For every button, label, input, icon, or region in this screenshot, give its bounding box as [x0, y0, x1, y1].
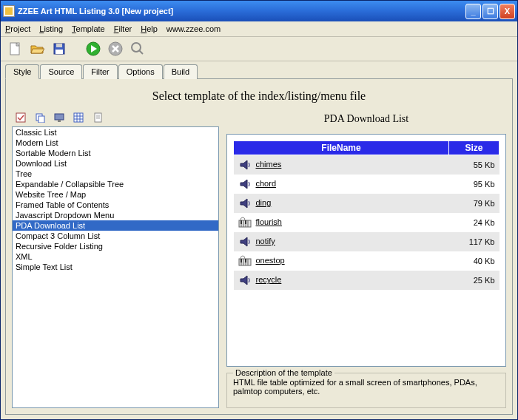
file-link[interactable]: chimes [256, 160, 282, 169]
file-link[interactable]: chord [256, 179, 277, 188]
template-actions [12, 110, 219, 126]
svg-line-7 [139, 50, 143, 54]
content-panel: Select template of the index/listing/men… [5, 78, 513, 415]
file-size-cell: 79 Kb [449, 194, 500, 213]
stop-button[interactable] [106, 39, 125, 58]
menu-filter[interactable]: Filter [114, 24, 132, 33]
file-size-cell: 117 Kb [449, 232, 500, 251]
check-icon[interactable] [15, 112, 27, 123]
col-size: Size [449, 141, 500, 155]
preview-pane: PDA Download List FileName Size chimes55… [226, 110, 506, 408]
sound-icon [238, 235, 252, 248]
sound-icon [238, 274, 252, 287]
toolbar [1, 37, 517, 61]
file-link[interactable]: onestop [256, 256, 285, 265]
new-button[interactable] [5, 39, 24, 58]
sound-icon [238, 158, 252, 172]
monitor-icon[interactable] [53, 112, 65, 123]
open-button[interactable] [27, 39, 47, 58]
midi-icon [238, 216, 252, 229]
template-item[interactable]: Expandable / Collapsible Tree [13, 179, 218, 189]
table-row: chord95 Kb [234, 175, 500, 194]
preview-title: PDA Download List [226, 110, 506, 128]
svg-rect-27 [240, 220, 242, 224]
file-name-cell: chord [234, 175, 449, 194]
template-item[interactable]: Simple Text List [13, 262, 218, 272]
minimize-button[interactable]: _ [465, 4, 481, 19]
template-item[interactable]: XML [13, 251, 218, 262]
file-name-cell: recycle [234, 271, 449, 290]
app-window: ZZEE Art HTML Listing 3.0 [New project] … [0, 0, 518, 420]
template-item[interactable]: PDA Download List [13, 220, 218, 231]
table-row: chimes55 Kb [234, 155, 500, 175]
file-name-cell: notify [234, 232, 449, 251]
svg-rect-8 [16, 113, 25, 122]
svg-rect-18 [95, 113, 101, 122]
go-button[interactable] [84, 39, 103, 58]
table-row: recycle25 Kb [234, 271, 500, 290]
template-item[interactable]: Framed Table of Contents [13, 200, 218, 210]
file-size-cell: 40 Kb [449, 251, 500, 271]
svg-rect-11 [55, 114, 64, 120]
table-row: flourish24 Kb [234, 213, 500, 232]
tabbar: Style Source Filter Options Build [1, 61, 517, 78]
tab-source[interactable]: Source [40, 64, 82, 79]
svg-rect-2 [56, 44, 62, 47]
file-size-cell: 24 Kb [449, 213, 500, 232]
svg-rect-12 [58, 120, 61, 122]
file-link[interactable]: recycle [256, 275, 282, 284]
menu-project[interactable]: Project [5, 24, 30, 33]
tab-options[interactable]: Options [118, 64, 163, 79]
close-button[interactable]: X [500, 4, 515, 19]
col-filename: FileName [234, 141, 449, 155]
file-link[interactable]: flourish [256, 217, 282, 226]
menu-template[interactable]: Template [72, 24, 105, 33]
doc-icon[interactable] [92, 112, 104, 123]
midi-icon [238, 254, 252, 268]
svg-rect-13 [74, 113, 83, 122]
save-button[interactable] [50, 39, 69, 58]
table-row: ding79 Kb [234, 194, 500, 213]
template-pane: Classic ListModern ListSortable Modern L… [12, 110, 219, 408]
file-size-cell: 55 Kb [449, 155, 500, 175]
tab-style[interactable]: Style [5, 64, 39, 79]
file-table: FileName Size chimes55 Kbchord95 Kbding7… [233, 140, 500, 290]
tab-build[interactable]: Build [164, 64, 198, 79]
template-item[interactable]: Website Tree / Map [13, 189, 218, 200]
description-box: Description of the template HTML file ta… [226, 373, 506, 408]
description-legend: Description of the template [233, 368, 334, 377]
template-item[interactable]: Recursive Folder Listing [13, 241, 218, 251]
file-link[interactable]: ding [256, 198, 272, 207]
template-item[interactable]: Classic List [13, 127, 218, 138]
sound-icon [238, 177, 252, 191]
template-item[interactable]: Modern List [13, 138, 218, 148]
menu-url[interactable]: www.zzee.com [166, 24, 221, 33]
template-list[interactable]: Classic ListModern ListSortable Modern L… [12, 126, 219, 408]
tab-filter[interactable]: Filter [83, 64, 117, 79]
template-item[interactable]: Javascript Dropdown Menu [13, 210, 218, 220]
svg-rect-28 [245, 220, 246, 224]
svg-rect-35 [245, 259, 246, 262]
menu-help[interactable]: Help [141, 24, 158, 33]
file-size-cell: 95 Kb [449, 175, 500, 194]
file-link[interactable]: notify [256, 237, 275, 245]
description-text: HTML file table optimized for a small sc… [233, 378, 500, 396]
template-item[interactable]: Download List [13, 158, 218, 169]
file-size-cell: 25 Kb [449, 271, 500, 290]
preview-button[interactable] [128, 39, 147, 58]
table-row: notify117 Kb [234, 232, 500, 251]
file-name-cell: ding [234, 194, 449, 213]
template-item[interactable]: Sortable Modern List [13, 148, 218, 158]
svg-rect-34 [240, 259, 242, 262]
window-title: ZZEE Art HTML Listing 3.0 [New project] [18, 7, 173, 16]
svg-rect-10 [38, 116, 44, 123]
template-item[interactable]: Compact 3 Column List [13, 231, 218, 241]
menu-listing[interactable]: Listing [39, 24, 63, 33]
file-name-cell: onestop [234, 251, 449, 271]
app-icon [3, 5, 15, 17]
copy-icon[interactable] [34, 112, 46, 123]
maximize-button[interactable]: ☐ [482, 4, 498, 19]
table-row: onestop40 Kb [234, 251, 500, 271]
grid-icon[interactable] [73, 112, 84, 123]
template-item[interactable]: Tree [13, 169, 218, 179]
